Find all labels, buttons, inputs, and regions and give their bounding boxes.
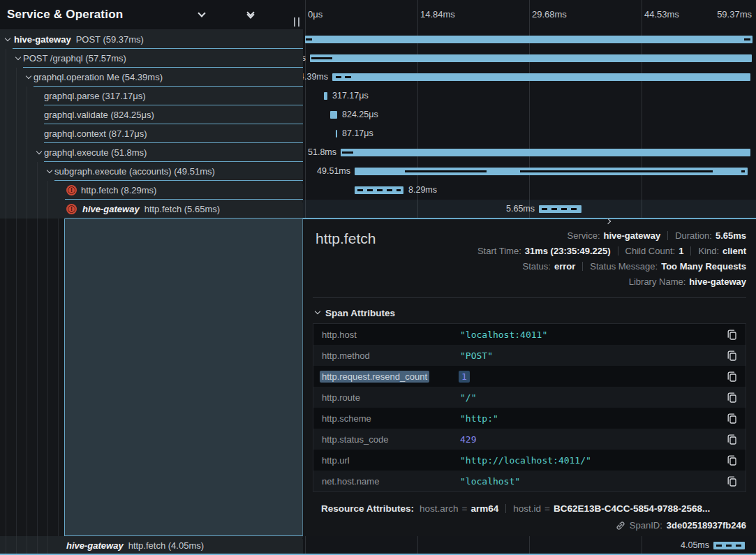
duration-label: 87.17μs [342, 128, 373, 138]
collapse-all-icon[interactable] [269, 9, 281, 20]
chevron-down-icon [315, 309, 320, 314]
timeline-row[interactable]: 54.39ms [303, 68, 756, 87]
span-label: POST (59.37ms) [76, 34, 144, 45]
tree-header: Service & Operation [0, 0, 303, 30]
attribute-row: http.scheme "http:" [313, 408, 746, 429]
span-bar[interactable]: 54.39ms [332, 73, 750, 81]
error-icon [66, 185, 77, 195]
resource-attr-value: BC62E13B-C4CC-5854-9788-2568... [554, 503, 710, 514]
copy-icon[interactable] [726, 413, 737, 424]
timeline-row[interactable]: 49.51ms [303, 162, 756, 181]
copy-icon[interactable] [726, 476, 737, 487]
copy-icon[interactable] [726, 392, 737, 403]
span-service: hive-gateway [66, 540, 124, 551]
tree-row-post[interactable]: hive-gateway POST (59.37ms) [0, 30, 303, 49]
chevron-down-icon[interactable] [45, 171, 54, 172]
chevron-down-icon[interactable] [13, 58, 23, 59]
timeline-row[interactable]: 87.17μs [303, 124, 756, 143]
attribute-value: "POST" [460, 350, 726, 361]
expand-all-icon[interactable] [245, 9, 256, 20]
copy-icon[interactable] [726, 330, 737, 340]
span-label: graphql.validate (824.25μs) [44, 110, 154, 120]
meta-value: 31ms (23:35:49.225) [525, 246, 611, 256]
duration-label: 4.05ms [681, 540, 709, 550]
meta-value: hive-gateway [604, 230, 661, 241]
equals-sign: = [462, 503, 468, 514]
span-service: hive-gateway [14, 34, 71, 45]
timeline-row[interactable]: 8.29ms [303, 181, 756, 200]
tree-row-http-fetch-2-selected[interactable]: hive-gateway http.fetch (5.65ms) [0, 200, 303, 219]
attribute-key: http.method [322, 350, 460, 361]
span-attributes-section: Span Attributes http.host "localhost:401… [313, 297, 746, 492]
timeline-row[interactable]: 51.8ms [303, 143, 756, 162]
timeline-ruler: 0μs 14.84ms 29.68ms 44.53ms 59.37ms [303, 0, 756, 30]
duration-label: 317.17μs [332, 91, 369, 101]
timeline-row[interactable]: 317.17μs [303, 87, 756, 105]
span-bar[interactable]: 317.17μs [324, 92, 327, 100]
span-bar[interactable]: 49.51ms [355, 168, 748, 175]
tree-row-http-fetch-1[interactable]: http.fetch (8.29ms) [0, 181, 303, 200]
attribute-key: http.request.resend_count [322, 371, 460, 382]
resource-attributes-row[interactable]: Resource Attributes: host.arch = arm64 h… [313, 501, 746, 516]
attribute-row: http.route "/" [313, 387, 746, 408]
expand-one-level-icon[interactable] [196, 9, 207, 20]
meta-value: 1 [679, 246, 683, 256]
meta-label: Start Time: [477, 246, 521, 256]
tree-row-graphql-parse[interactable]: graphql.parse (317.17μs) [0, 87, 303, 105]
copy-icon[interactable] [726, 350, 737, 361]
pane-resize-handle[interactable] [294, 17, 299, 27]
child-span-mark [311, 57, 332, 59]
span-id-label: SpanID: [630, 520, 662, 531]
chevron-down-icon[interactable] [3, 39, 13, 40]
timeline-row[interactable]: 824.25μs [303, 105, 756, 124]
span-bar[interactable]: 57.57ms [310, 54, 752, 62]
tree-row-graphql-operation[interactable]: graphql.operation Me (54.39ms) [0, 68, 303, 87]
span-bar[interactable]: 87.17μs [336, 130, 337, 138]
timeline-row-selected[interactable]: 5.65ms [303, 200, 756, 219]
child-span-mark [741, 170, 745, 172]
span-label: graphql.execute (51.8ms) [44, 147, 147, 158]
tree-row-graphql-context[interactable]: graphql.context (87.17μs) [0, 124, 303, 143]
attribute-value: "http:" [460, 413, 726, 424]
span-label: http.fetch (8.29ms) [81, 185, 156, 195]
span-attributes-title: Span Attributes [325, 308, 395, 318]
attribute-value: "localhost:4011" [460, 330, 726, 340]
waterfall: 57.57ms 54.39ms 317.17μs 824.25μs [303, 30, 756, 219]
chevron-down-icon[interactable] [34, 152, 44, 154]
tree-row-graphql-validate[interactable]: graphql.validate (824.25μs) [0, 105, 303, 124]
span-bar[interactable]: 8.29ms [355, 186, 403, 194]
meta-label: Duration: [675, 230, 712, 241]
span-bar[interactable]: 4.05ms [713, 542, 745, 549]
collapse-one-level-icon[interactable] [221, 9, 232, 20]
tree-row-http-fetch-3[interactable]: hive-gateway http.fetch (4.05ms) [0, 536, 303, 555]
timeline-row[interactable]: 57.57ms [303, 49, 756, 68]
tree-row-subgraph-execute[interactable]: subgraph.execute (accounts) (49.51ms) [0, 162, 303, 181]
timeline-row[interactable] [303, 30, 756, 49]
span-bar[interactable] [305, 36, 753, 43]
copy-icon[interactable] [726, 434, 737, 445]
meta-divider [667, 231, 668, 240]
span-bar[interactable]: 5.65ms [539, 205, 581, 213]
attributes-table: http.host "localhost:4011" http.method "… [313, 323, 746, 492]
span-bar[interactable]: 51.8ms [341, 149, 750, 156]
resource-attr-key: host.arch [420, 503, 459, 514]
child-span-mark [405, 170, 487, 172]
link-icon[interactable] [616, 521, 625, 531]
span-service: hive-gateway [82, 204, 140, 214]
child-span-mark [336, 76, 341, 78]
span-attributes-header[interactable]: Span Attributes [313, 304, 746, 321]
attribute-value: "localhost" [460, 476, 726, 487]
child-span-mark [345, 76, 351, 78]
copy-icon[interactable] [726, 371, 737, 382]
tree-row-graphql-execute[interactable]: graphql.execute (51.8ms) [0, 143, 303, 162]
meta-divider [582, 262, 583, 271]
span-detail-panel: http.fetch Service: hive-gateway Duratio… [303, 219, 756, 536]
child-span-mark [744, 38, 750, 40]
tree-row-post-graphql[interactable]: POST /graphql (57.57ms) [0, 49, 303, 68]
timeline-row[interactable]: 4.05ms [303, 536, 756, 555]
span-bar[interactable]: 824.25μs [330, 111, 337, 119]
copy-icon[interactable] [726, 455, 737, 466]
chevron-down-icon[interactable] [24, 77, 34, 78]
duration-label: 5.65ms [506, 204, 535, 214]
indent-guides [0, 219, 64, 536]
